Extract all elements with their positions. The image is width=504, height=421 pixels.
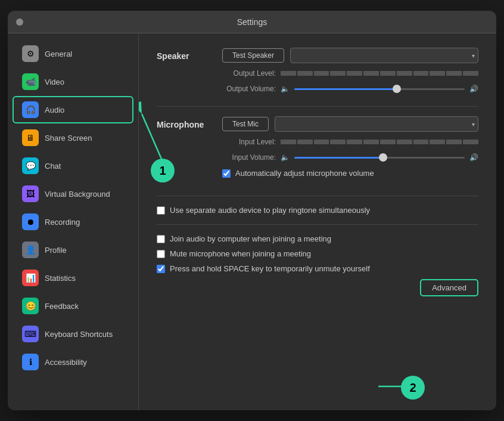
sidebar-label-recording: Recording: [45, 218, 80, 227]
traffic-light: [16, 18, 23, 26]
microphone-row: Microphone Test Mic ▾ I: [157, 116, 478, 184]
level-seg: [430, 140, 445, 144]
level-seg: [380, 140, 396, 144]
level-seg: [413, 140, 429, 144]
titlebar: Settings: [8, 11, 496, 33]
level-seg: [463, 140, 478, 144]
profile-icon: 👤: [22, 242, 39, 258]
level-seg: [347, 140, 362, 144]
mute-mic-row: Mute microphone when joining a meeting: [157, 249, 478, 258]
sidebar-label-virtual-background: Virtual Background: [45, 190, 110, 199]
mic-select[interactable]: [275, 116, 478, 132]
input-level-label: Input Level:: [222, 138, 276, 146]
output-volume-label: Output Volume:: [222, 85, 276, 93]
output-level-row: Output Level:: [222, 69, 478, 78]
settings-window: Settings ⚙General📹Video🎧Audio🖥Share Scre…: [8, 11, 496, 410]
output-volume-row: Output Volume: 🔈 🔊: [222, 83, 478, 94]
sidebar-label-general: General: [45, 49, 72, 58]
keyboard-shortcuts-icon: ⌨: [22, 326, 39, 342]
statistics-icon: 📊: [22, 270, 39, 286]
input-volume-row: Input Volume: 🔈 🔊: [222, 152, 478, 163]
sidebar-label-share-screen: Share Screen: [45, 134, 92, 143]
annotation-circle-2: 2: [401, 376, 425, 400]
speaker-select[interactable]: [290, 48, 478, 63]
sidebar-item-share-screen[interactable]: 🖥Share Screen: [13, 124, 133, 151]
level-seg: [330, 140, 346, 144]
annotation-circle-1: 1: [151, 159, 175, 182]
sidebar-item-video[interactable]: 📹Video: [13, 68, 133, 95]
level-seg: [397, 140, 412, 144]
level-seg: [314, 140, 329, 144]
input-slider-fill: [294, 157, 383, 159]
level-seg: [297, 140, 313, 144]
speaker-controls-row: Test Speaker ▾: [222, 48, 478, 63]
level-seg: [281, 140, 296, 144]
join-audio-label: Join audio by computer when joining a me…: [170, 234, 331, 243]
output-slider-fill: [294, 88, 397, 90]
sidebar-item-statistics[interactable]: 📊Statistics: [13, 264, 133, 292]
recording-icon: ⏺: [22, 213, 39, 230]
window-title: Settings: [237, 17, 267, 27]
sidebar-item-virtual-background[interactable]: 🖼Virtual Background: [13, 180, 133, 208]
test-speaker-button[interactable]: Test Speaker: [222, 48, 284, 63]
sidebar-item-recording[interactable]: ⏺Recording: [13, 208, 133, 236]
join-audio-checkbox[interactable]: [157, 235, 165, 243]
level-seg: [314, 71, 329, 76]
separate-audio-row: Use separate audio device to play ringto…: [157, 206, 478, 215]
level-seg: [330, 71, 346, 76]
level-seg: [446, 71, 462, 76]
microphone-section: Microphone Test Mic ▾ I: [157, 116, 478, 184]
audio-icon: 🎧: [22, 101, 39, 118]
audio-settings-panel: Speaker Test Speaker ▾: [139, 33, 496, 410]
sidebar-item-audio[interactable]: 🎧Audio: [13, 96, 133, 123]
sidebar-item-general[interactable]: ⚙General: [13, 40, 133, 67]
output-level-bar: [281, 71, 478, 76]
mic-select-wrapper: ▾: [275, 116, 478, 132]
mic-controls-row: Test Mic ▾: [222, 116, 478, 132]
advanced-button[interactable]: Advanced: [420, 279, 478, 296]
level-seg: [347, 71, 362, 76]
level-seg: [397, 71, 412, 76]
sidebar-item-feedback[interactable]: 😊Feedback: [13, 292, 133, 320]
mute-mic-checkbox[interactable]: [157, 250, 165, 258]
speaker-controls: Test Speaker ▾ Output Level:: [222, 48, 478, 94]
press-space-checkbox[interactable]: [157, 265, 165, 273]
speaker-select-wrapper: ▾: [290, 48, 478, 63]
input-volume-slider[interactable]: [294, 152, 465, 163]
auto-adjust-row: Automatically adjust microphone volume: [222, 169, 478, 178]
sidebar: ⚙General📹Video🎧Audio🖥Share Screen💬Chat🖼V…: [8, 33, 139, 410]
virtual-background-icon: 🖼: [22, 185, 39, 202]
mic-controls: Test Mic ▾ Input Level:: [222, 116, 478, 184]
sidebar-item-profile[interactable]: 👤Profile: [13, 236, 133, 264]
accessibility-icon: ℹ: [22, 354, 39, 370]
input-slider-thumb[interactable]: [379, 153, 387, 162]
output-slider-thumb[interactable]: [393, 85, 401, 93]
general-icon: ⚙: [22, 45, 39, 62]
sidebar-label-keyboard-shortcuts: Keyboard Shortcuts: [45, 330, 113, 339]
speaker-row: Speaker Test Speaker ▾: [157, 48, 478, 94]
divider-3: [157, 224, 478, 225]
level-seg: [463, 71, 478, 76]
press-space-row: Press and hold SPACE key to temporarily …: [157, 264, 478, 273]
main-content: ⚙General📹Video🎧Audio🖥Share Screen💬Chat🖼V…: [8, 33, 496, 410]
level-seg: [380, 71, 396, 76]
input-level-bar: [281, 140, 478, 144]
sidebar-item-chat[interactable]: 💬Chat: [13, 152, 133, 179]
sidebar-label-video: Video: [45, 78, 64, 86]
mute-mic-label: Mute microphone when joining a meeting: [170, 249, 311, 258]
test-mic-button[interactable]: Test Mic: [222, 117, 269, 131]
input-volume-label: Input Volume:: [222, 153, 276, 162]
sidebar-item-keyboard-shortcuts[interactable]: ⌨Keyboard Shortcuts: [13, 320, 133, 348]
sidebar-label-profile: Profile: [45, 246, 67, 255]
output-volume-slider[interactable]: [294, 83, 465, 94]
sidebar-item-accessibility[interactable]: ℹAccessibility: [13, 348, 133, 376]
level-seg: [363, 140, 379, 144]
speaker-label: Speaker: [157, 48, 222, 61]
separate-audio-checkbox[interactable]: [157, 206, 165, 215]
level-seg: [413, 71, 429, 76]
level-seg: [446, 140, 462, 144]
auto-adjust-checkbox[interactable]: [222, 169, 231, 178]
chat-icon: 💬: [22, 157, 39, 174]
sidebar-label-accessibility: Accessibility: [45, 358, 87, 367]
volume-high-icon: 🔊: [469, 85, 478, 93]
